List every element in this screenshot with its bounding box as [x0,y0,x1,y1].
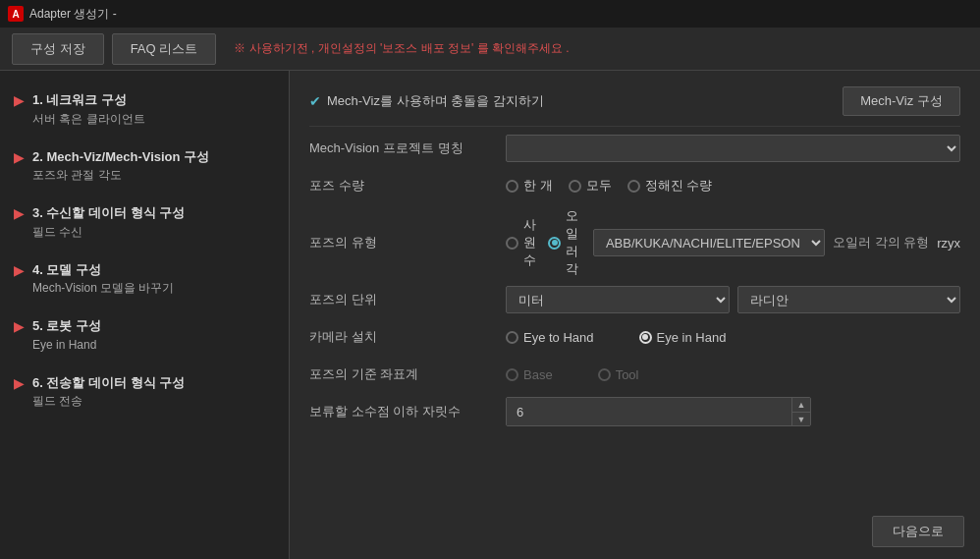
sidebar-item-step2[interactable]: ▶ 2. Mech-Viz/Mech-Vision 구성 포즈와 관절 각도 [0,138,289,195]
pose-type-label: 포즈의 유형 [309,234,506,252]
sidebar-step5-main: 5. 로봇 구성 [32,316,101,336]
mechviz-config-button[interactable]: Mech-Viz 구성 [843,86,960,116]
pose-count-one-label: 한 개 [523,177,553,195]
arrow-icon-step4: ▶ [14,262,25,278]
pose-base-tool-label: Tool [616,367,639,382]
eye-in-hand-radio [639,331,652,344]
pose-count-label: 포즈 수량 [309,177,506,195]
eye-to-hand-radio [506,331,518,344]
content-area: ✔ Mech-Viz를 사용하며 충돌을 감지하기 Mech-Viz 구성 Me… [290,71,980,559]
pose-count-fixed-label: 정해진 수량 [645,177,713,195]
decimal-label: 보류할 소수점 이하 자릿수 [309,403,506,420]
arrow-icon-step3: ▶ [14,205,25,221]
divider-1 [309,126,960,127]
pose-base-radio [506,368,518,381]
mechviz-check-label: Mech-Viz를 사용하며 충돌을 감지하기 [327,92,544,110]
arrow-icon-step6: ▶ [14,375,25,391]
pose-count-all[interactable]: 모두 [569,177,612,195]
eye-in-hand-option[interactable]: Eye in Hand [639,330,727,345]
pose-count-fixed[interactable]: 정해진 수량 [627,177,713,195]
eye-in-hand-label: Eye in Hand [657,330,727,345]
pose-base-label: 포즈의 기준 좌표계 [309,365,506,383]
camera-setup-row: 카메라 설치 Eye to Hand Eye in Hand [309,321,960,353]
sidebar-step1-main: 1. 네크워크 구성 [32,90,145,110]
pose-type-raw[interactable]: 사원수 [506,216,536,269]
sidebar-step5-sub: Eye in Hand [32,336,101,354]
title-text: Adapter 생성기 - [29,6,117,23]
faq-list-button[interactable]: FAQ 리스트 [112,33,217,65]
pose-count-one[interactable]: 한 개 [506,177,553,195]
pose-unit-label: 포즈의 단위 [309,291,506,308]
mechvision-project-label: Mech-Vision 프로젝트 명칭 [309,140,506,157]
spinbox-down-button[interactable]: ▼ [792,412,810,425]
decimal-spinbox: ▲ ▼ [506,397,811,426]
pose-count-one-radio [506,180,518,193]
pose-type-raw-radio [506,237,518,250]
title-bar: A Adapter 생성기 - [0,0,980,28]
sidebar-step2-main: 2. Mech-Viz/Mech-Vision 구성 [32,147,209,167]
sidebar-step1-sub: 서버 혹은 클라이언트 [32,110,145,128]
euler-type-value: rzyx [937,236,960,251]
mechvision-project-row: Mech-Vision 프로젝트 명칭 [309,133,960,164]
sidebar-step2-sub: 포즈와 관절 각도 [32,166,209,184]
eye-to-hand-option[interactable]: Eye to Hand [506,330,594,345]
sidebar: ▶ 1. 네크워크 구성 서버 혹은 클라이언트 ▶ 2. Mech-Viz/M… [0,71,290,559]
pose-type-row: 포즈의 유형 사원수 오일러 각 ABB/KUKA/NACHI/ELITE/EP… [309,207,960,278]
sidebar-item-step5[interactable]: ▶ 5. 로봇 구성 Eye in Hand [0,307,289,363]
eye-to-hand-label: Eye to Hand [523,330,594,345]
arrow-icon-step2: ▶ [14,149,25,165]
mechviz-checkmark: ✔ [309,93,321,109]
pose-base-tool-radio [598,368,611,381]
toolbar: 구성 저장 FAQ 리스트 ※ 사용하기전 , 개인설정의 '보조스 배포 정보… [0,28,980,71]
pose-base-base[interactable]: Base [506,367,553,382]
next-button[interactable]: 다음으로 [872,516,964,547]
euler-type-label: 오일러 각의 유형 [833,234,929,252]
mechvision-project-select[interactable] [506,135,960,162]
pose-count-all-label: 모두 [586,177,612,195]
arrow-icon-step1: ▶ [14,92,25,108]
main-layout: ▶ 1. 네크워크 구성 서버 혹은 클라이언트 ▶ 2. Mech-Viz/M… [0,71,980,559]
pose-unit-row: 포즈의 단위 미터 밀리미터 라디안 도 [309,284,960,315]
sidebar-step3-sub: 필드 수신 [32,223,185,241]
unit-meter-select[interactable]: 미터 밀리미터 [506,286,730,313]
pose-count-row: 포즈 수량 한 개 모두 정해진 수량 [309,170,960,201]
sidebar-step3-main: 3. 수신할 데이터 형식 구성 [32,203,185,223]
spinbox-up-button[interactable]: ▲ [792,398,810,412]
decimal-row: 보류할 소수점 이하 자릿수 ▲ ▼ [309,396,960,427]
app-icon: A [8,6,24,22]
sidebar-step4-sub: Mech-Vision 모델을 바꾸기 [32,279,174,297]
pose-count-all-radio [569,180,581,193]
pose-base-row: 포즈의 기준 좌표계 Base Tool [309,359,960,390]
arrow-icon-step5: ▶ [14,318,25,334]
sidebar-item-step6[interactable]: ▶ 6. 전송할 데이터 형식 구성 필드 전송 [0,363,289,420]
unit-radian-select[interactable]: 라디안 도 [737,286,961,313]
pose-base-base-label: Base [523,367,553,382]
pose-type-euler-radio [548,237,561,250]
save-config-button[interactable]: 구성 저장 [12,33,104,65]
euler-select[interactable]: ABB/KUKA/NACHI/ELITE/EPSON [593,229,825,256]
pose-type-raw-label: 사원수 [523,216,536,269]
mechviz-check-row: ✔ Mech-Viz를 사용하며 충돌을 감지하기 Mech-Viz 구성 [309,86,960,116]
pose-count-fixed-radio [627,180,640,193]
sidebar-item-step3[interactable]: ▶ 3. 수신할 데이터 형식 구성 필드 수신 [0,194,289,251]
sidebar-item-step1[interactable]: ▶ 1. 네크워크 구성 서버 혹은 클라이언트 [0,81,289,138]
pose-base-tool[interactable]: Tool [598,367,639,382]
camera-setup-label: 카메라 설치 [309,328,506,346]
sidebar-step6-sub: 필드 전송 [32,392,185,410]
decimal-input[interactable] [507,398,791,425]
sidebar-step4-main: 4. 모델 구성 [32,260,174,280]
next-btn-wrap: 다음으로 [872,516,964,547]
pose-type-euler[interactable]: 오일러 각 [548,207,581,278]
sidebar-item-step4[interactable]: ▶ 4. 모델 구성 Mech-Vision 모델을 바꾸기 [0,251,289,307]
toolbar-notice: ※ 사용하기전 , 개인설정의 '보조스 배포 정보' 를 확인해주세요 . [234,40,569,57]
pose-type-euler-label: 오일러 각 [566,207,581,278]
sidebar-step6-main: 6. 전송할 데이터 형식 구성 [32,373,185,393]
